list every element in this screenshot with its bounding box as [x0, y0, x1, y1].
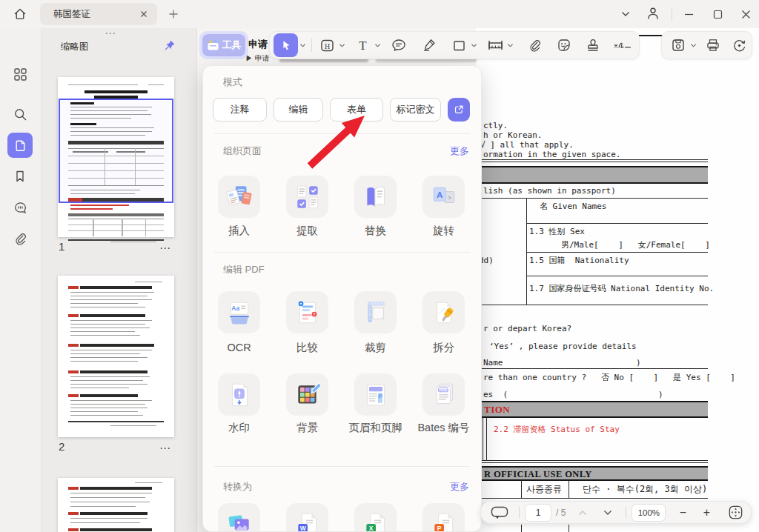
comment-tool[interactable]: [388, 35, 409, 56]
pin-icon: [163, 39, 176, 52]
print-button[interactable]: [703, 35, 723, 56]
tool-rotate-pages[interactable]: > A: [422, 176, 465, 218]
sidebar-item-attachments[interactable]: [7, 226, 33, 251]
measure-tool-dropdown[interactable]: [506, 35, 514, 56]
tool-bates-numbering[interactable]: 000123: [422, 373, 465, 416]
save-button[interactable]: [668, 35, 689, 56]
next-page-button[interactable]: [595, 502, 620, 523]
page-more-button[interactable]: ⋯: [159, 442, 171, 455]
sidebar-item-bookmarks[interactable]: [7, 164, 33, 189]
tool-watermark[interactable]: [218, 373, 260, 416]
presentation-mode-button[interactable]: [485, 502, 514, 523]
thumb-content-line: [110, 425, 157, 426]
doc-text-fragment: 1.5 国籍 Nationality: [529, 256, 629, 265]
doc-text-fragment: 男/Male[ ] 女/Female[ ]: [561, 240, 710, 250]
tool-insert-pages[interactable]: [218, 176, 260, 218]
chevron-down-icon: [471, 43, 477, 48]
tool-ocr[interactable]: Aa: [218, 291, 260, 333]
zoom-level-input[interactable]: 100%: [632, 504, 666, 522]
home-button[interactable]: [10, 4, 30, 24]
sidebar-item-thumbnails[interactable]: [7, 133, 33, 158]
attach-file-tool[interactable]: [524, 35, 545, 56]
page-thumbnail-1[interactable]: [58, 77, 174, 237]
toolbox-icon: [207, 40, 219, 51]
tool-label: 背景: [279, 420, 336, 436]
sidebar-item-panels[interactable]: [7, 61, 33, 87]
tool-convert-image[interactable]: [218, 503, 260, 532]
mode-redact-button[interactable]: 标记密文: [390, 98, 441, 122]
thumb-content-line: [93, 219, 94, 236]
thumb-content-line: [70, 361, 138, 362]
select-tool-button[interactable]: [274, 33, 298, 57]
tool-header-footer[interactable]: [354, 373, 397, 416]
close-window-button[interactable]: [736, 4, 755, 24]
heading-tool-dropdown[interactable]: [337, 35, 346, 56]
comment-bubble-icon: [391, 38, 406, 53]
stamp-tool[interactable]: [583, 35, 603, 56]
pin-panel-button[interactable]: [163, 39, 176, 52]
fit-screen-button[interactable]: [722, 502, 749, 523]
svg-text:000123: 000123: [438, 388, 447, 391]
tool-replace-pages[interactable]: [354, 176, 397, 218]
compare-icon: [294, 299, 322, 327]
tool-convert-word[interactable]: W: [286, 503, 328, 532]
convert-to-more-link[interactable]: 更多: [450, 480, 469, 493]
zoom-out-button[interactable]: −: [673, 506, 692, 519]
panel-drag-handle[interactable]: ⋯: [105, 27, 116, 40]
tool-split[interactable]: [422, 291, 465, 333]
save-dropdown[interactable]: [689, 35, 697, 56]
zoom-in-button[interactable]: +: [697, 506, 716, 519]
tool-background[interactable]: [286, 373, 328, 416]
organize-pages-more-link[interactable]: 更多: [450, 144, 469, 158]
thumb-content-line: [145, 219, 147, 236]
thumb-content-line: [68, 170, 164, 171]
tool-label: OCR: [211, 340, 268, 356]
select-tool-dropdown[interactable]: [298, 35, 307, 56]
text-tool-dropdown[interactable]: [373, 35, 382, 56]
minimize-button[interactable]: [679, 4, 698, 24]
shape-tool-dropdown[interactable]: [469, 35, 478, 56]
tool-convert-ppt[interactable]: P: [422, 503, 465, 532]
document-tab[interactable]: 韩国签证: [40, 3, 157, 25]
maximize-button[interactable]: [708, 4, 727, 24]
highlighter-tool[interactable]: [419, 35, 440, 56]
signature-tool[interactable]: [611, 35, 634, 56]
thumb-content-line: [68, 528, 79, 531]
thumb-content-line: [70, 107, 152, 107]
sidebar-item-comments[interactable]: [7, 195, 33, 220]
page-thumbnails-icon: [13, 139, 27, 153]
header-footer-icon: [362, 381, 390, 409]
heading-field-tool[interactable]: H: [316, 35, 337, 56]
account-button[interactable]: [643, 4, 663, 23]
text-tool[interactable]: T: [352, 35, 373, 56]
tab-close-button[interactable]: [138, 8, 150, 20]
doc-text-fragment: 1.3 性别 Sex: [529, 227, 585, 236]
highlighter-icon: [422, 38, 437, 53]
new-tab-button[interactable]: [164, 4, 183, 24]
page-thumbnail-3[interactable]: [58, 478, 174, 532]
previous-page-button[interactable]: [570, 502, 595, 523]
mode-annotate-button[interactable]: 注释: [213, 98, 267, 122]
shape-tool[interactable]: [448, 35, 469, 56]
sticker-tool[interactable]: [554, 35, 574, 56]
tool-compare[interactable]: [286, 291, 328, 333]
thumb-content-line: [70, 331, 134, 332]
page-thumbnail-2[interactable]: [58, 276, 174, 437]
thumb-content-line: [70, 380, 142, 381]
measure-tool[interactable]: [485, 35, 506, 56]
sidebar-item-search[interactable]: [7, 102, 33, 127]
titlebar-dropdown-button[interactable]: [616, 4, 635, 24]
open-in-new-button[interactable]: [448, 98, 470, 122]
doc-line-fragment: [639, 35, 664, 36]
page-more-button[interactable]: ⋯: [159, 242, 171, 255]
thumb-content-line: [68, 198, 82, 202]
page-number-input[interactable]: 1: [525, 504, 551, 522]
thumb-content-line: [68, 185, 164, 186]
tools-menu-button[interactable]: 工具: [199, 31, 248, 59]
tool-label: 提取: [279, 223, 336, 239]
tool-convert-excel[interactable]: X: [354, 503, 397, 532]
doc-text-fragment: √ ] all that apply.: [480, 140, 574, 150]
tool-extract-pages[interactable]: [286, 176, 328, 218]
ai-assistant-button[interactable]: [729, 35, 749, 56]
tool-crop[interactable]: [354, 291, 397, 333]
